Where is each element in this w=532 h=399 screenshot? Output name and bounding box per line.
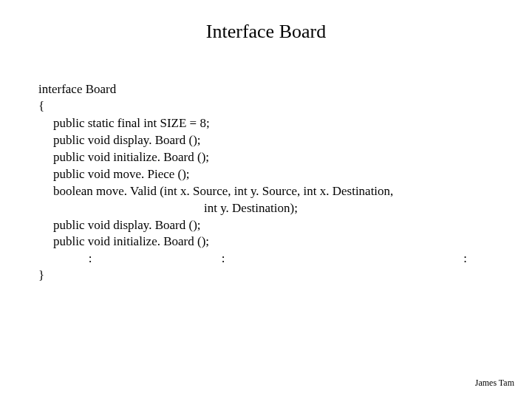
ellipsis-dot: : — [53, 250, 127, 267]
code-line: public void initialize. Board (); — [53, 149, 532, 166]
code-line: public void initialize. Board (); — [53, 233, 532, 250]
code-line: public static final int SIZE = 8; — [53, 115, 532, 132]
code-close-brace: } — [38, 267, 532, 284]
ellipsis-dot: : — [319, 250, 467, 267]
ellipsis-row: : : : — [53, 250, 467, 267]
code-block: interface Board { public static final in… — [38, 81, 532, 284]
code-open-brace: { — [38, 98, 532, 115]
ellipsis-dot: : — [127, 250, 319, 267]
code-line: interface Board — [38, 81, 532, 98]
code-line: boolean move. Valid (int x. Source, int … — [53, 183, 532, 200]
slide-title: Interface Board — [0, 21, 532, 43]
author-footer: James Tam — [475, 378, 514, 389]
code-line: public void display. Board (); — [53, 132, 532, 149]
code-line: public void display. Board (); — [53, 217, 532, 234]
code-line: public void move. Piece (); — [53, 166, 532, 183]
code-line: int y. Destination); — [53, 200, 532, 217]
